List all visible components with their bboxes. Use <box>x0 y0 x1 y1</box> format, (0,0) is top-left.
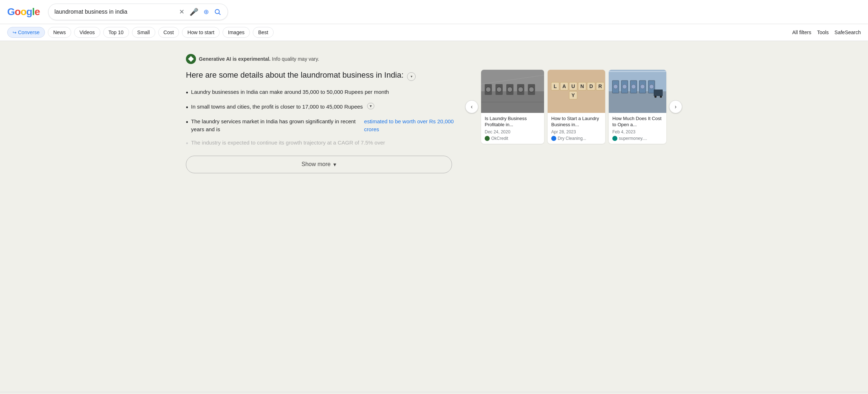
svg-point-34 <box>613 84 618 89</box>
clear-button[interactable]: ✕ <box>178 7 185 17</box>
chip-small[interactable]: Small <box>132 27 155 38</box>
images-next-button[interactable]: › <box>669 100 682 113</box>
show-more-button[interactable]: Show more ▾ <box>186 156 452 173</box>
svg-point-38 <box>631 84 636 89</box>
image-card-1[interactable]: Is Laundry Business Profitable in... Dec… <box>481 70 544 144</box>
chip-how-to-start-label: How to start <box>187 29 214 35</box>
chips-right: All filters Tools SafeSearch <box>792 29 861 35</box>
card-2-source-label: Dry Cleaning... <box>558 136 586 141</box>
svg-point-45 <box>660 96 662 98</box>
card-3-title: How Much Does It Cost to Open a... <box>612 116 663 128</box>
google-logo: Google <box>7 6 40 18</box>
lens-button[interactable]: ⊕ <box>203 7 210 17</box>
chip-best[interactable]: Best <box>253 27 274 38</box>
chip-small-label: Small <box>137 29 150 35</box>
bullet-text-4: The industry is expected to continue its… <box>191 139 385 147</box>
bullet-item-3: The laundry services market in India has… <box>186 118 457 134</box>
ai-disclaimer-bold: Generative AI is experimental. <box>199 56 270 62</box>
mic-icon: 🎤 <box>189 8 198 16</box>
images-prev-button[interactable]: ‹ <box>465 100 478 113</box>
bullet-text-2: In small towns and cities, the profit is… <box>191 103 363 111</box>
svg-text:R: R <box>598 83 602 89</box>
chip-top10[interactable]: Top 10 <box>103 27 129 38</box>
card-1-source-dot <box>485 136 490 141</box>
search-button[interactable] <box>213 8 222 16</box>
search-icon <box>214 8 221 15</box>
chevron-down-icon: ▾ <box>333 161 336 168</box>
main-content: Generative AI is experimental. Info qual… <box>0 41 868 392</box>
card-2-title: How to Start a Laundry Business in... <box>551 116 602 128</box>
card-1-image <box>481 70 544 113</box>
card-2-image: L A U N D R <box>548 70 605 113</box>
store-svg <box>609 70 666 113</box>
heading-dropdown-btn[interactable]: ▾ <box>407 72 416 81</box>
card-3-info: How Much Does It Cost to Open a... Feb 4… <box>609 113 666 144</box>
chip-how-to-start[interactable]: How to start <box>182 27 220 38</box>
all-filters-btn[interactable]: All filters <box>792 29 811 35</box>
bullet-3-link[interactable]: estimated to be worth over Rs 20,000 cro… <box>364 118 457 134</box>
card-3-image <box>609 70 666 113</box>
svg-point-11 <box>518 87 523 92</box>
card-1-source: OkCredit <box>485 136 540 141</box>
logo-g2: g <box>26 6 32 17</box>
chevron-right-icon: › <box>675 104 676 110</box>
ai-panel: Generative AI is experimental. Info qual… <box>186 48 682 185</box>
converse-arrow-icon: ↪ <box>13 30 17 35</box>
chip-images[interactable]: Images <box>223 27 250 38</box>
image-card-3[interactable]: How Much Does It Cost to Open a... Feb 4… <box>609 70 666 144</box>
card-1-info: Is Laundry Business Profitable in... Dec… <box>481 113 544 144</box>
show-more-label: Show more <box>302 161 331 168</box>
logo-o2: o <box>20 6 26 17</box>
bullet-2-expand-btn[interactable]: ▾ <box>367 103 374 109</box>
logo-g: G <box>7 6 15 17</box>
header: Google ✕ 🎤 ⊕ <box>0 0 868 24</box>
bullet-item-4: The industry is expected to continue its… <box>186 139 457 148</box>
bullet-text-1: Laundry businesses in India can make aro… <box>191 88 389 96</box>
ai-logo-icon <box>186 54 196 64</box>
svg-text:U: U <box>571 83 575 89</box>
chip-best-label: Best <box>258 29 268 35</box>
mic-button[interactable]: 🎤 <box>189 7 199 17</box>
bullet-item-2: In small towns and cities, the profit is… <box>186 103 457 113</box>
safesearch-btn[interactable]: SafeSearch <box>835 29 861 35</box>
chip-news-label: News <box>53 29 66 35</box>
card-3-source-label: supermoney.... <box>619 136 647 141</box>
svg-point-9 <box>507 87 512 92</box>
svg-point-5 <box>486 87 491 92</box>
chip-converse-label: Converse <box>18 29 40 35</box>
svg-point-36 <box>622 84 627 89</box>
chip-videos-label: Videos <box>79 29 95 35</box>
svg-text:N: N <box>580 83 584 89</box>
tools-btn[interactable]: Tools <box>817 29 829 35</box>
ai-diamond-icon <box>188 56 194 62</box>
chip-cost[interactable]: Cost <box>158 27 179 38</box>
tiles-svg: L A U N D R <box>548 70 605 113</box>
card-2-date: Apr 28, 2023 <box>551 129 602 134</box>
ai-images-section: ‹ <box>465 70 682 144</box>
lens-icon: ⊕ <box>204 8 209 16</box>
chip-top10-label: Top 10 <box>109 29 124 35</box>
ai-disclaimer: Generative AI is experimental. Info qual… <box>186 54 682 64</box>
close-icon: ✕ <box>179 8 184 16</box>
svg-text:A: A <box>562 83 566 89</box>
svg-text:D: D <box>589 83 593 89</box>
svg-text:Y: Y <box>571 92 575 98</box>
ai-disclaimer-text: Generative AI is experimental. Info qual… <box>199 56 319 62</box>
card-3-source: supermoney.... <box>612 136 663 141</box>
svg-rect-43 <box>654 90 663 96</box>
chip-videos[interactable]: Videos <box>74 27 100 38</box>
followup-bar: ↪ Ask a follow up ↪ How much does it cos… <box>0 392 868 394</box>
chip-news[interactable]: News <box>48 27 71 38</box>
svg-line-1 <box>219 13 220 15</box>
bullet-item-1: Laundry businesses in India can make aro… <box>186 88 457 98</box>
bullet-text-3a: The laundry services market in India has… <box>191 118 361 134</box>
ai-content-row: Here are some details about the laundrom… <box>186 70 682 179</box>
card-2-source: Dry Cleaning... <box>551 136 602 141</box>
search-input[interactable] <box>54 9 175 15</box>
laundromat-svg <box>481 70 544 113</box>
ai-text-section: Here are some details about the laundrom… <box>186 70 457 179</box>
svg-text:L: L <box>554 83 557 89</box>
image-card-2[interactable]: L A U N D R <box>548 70 605 144</box>
card-1-source-label: OkCredit <box>491 136 508 141</box>
chip-converse[interactable]: ↪ Converse <box>7 27 45 38</box>
